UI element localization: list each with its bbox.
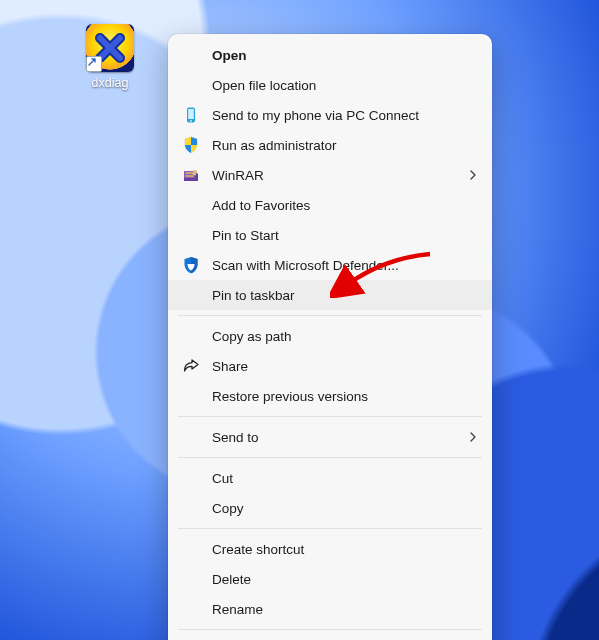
blank-icon [180, 426, 202, 448]
menu-item-create-shortcut[interactable]: Create shortcut [168, 534, 492, 564]
menu-item-pin-to-start[interactable]: Pin to Start [168, 220, 492, 250]
blank-icon [180, 467, 202, 489]
blank-icon [180, 74, 202, 96]
desktop-shortcut-label: dxdiag [74, 76, 146, 90]
dxdiag-icon [86, 24, 134, 72]
menu-item-open[interactable]: Open [168, 40, 492, 70]
menu-item-label: Delete [212, 572, 478, 587]
defender-icon [180, 254, 202, 276]
menu-item-label: Open [212, 48, 478, 63]
svg-rect-4 [186, 175, 194, 177]
menu-item-label: Cut [212, 471, 478, 486]
menu-item-label: Send to [212, 430, 468, 445]
menu-item-pin-to-taskbar[interactable]: Pin to taskbar [168, 280, 492, 310]
blank-icon [180, 538, 202, 560]
chevron-right-icon [468, 168, 478, 183]
menu-item-rename[interactable]: Rename [168, 594, 492, 624]
chevron-right-icon [468, 430, 478, 445]
menu-item-label: Run as administrator [212, 138, 478, 153]
menu-item-add-to-favorites[interactable]: Add to Favorites [168, 190, 492, 220]
desktop-wallpaper: dxdiag OpenOpen file locationSend to my … [0, 0, 599, 640]
menu-item-label: Scan with Microsoft Defender... [212, 258, 478, 273]
menu-item-label: Restore previous versions [212, 389, 478, 404]
blank-icon [180, 284, 202, 306]
menu-item-label: Open file location [212, 78, 478, 93]
menu-item-label: Send to my phone via PC Connect [212, 108, 478, 123]
phone-icon [180, 104, 202, 126]
menu-item-send-to-my-phone-via-pc-connect[interactable]: Send to my phone via PC Connect [168, 100, 492, 130]
menu-item-copy[interactable]: Copy [168, 493, 492, 523]
menu-separator [178, 457, 482, 458]
menu-item-label: WinRAR [212, 168, 468, 183]
winrar-icon [180, 164, 202, 186]
blank-icon [180, 44, 202, 66]
menu-item-scan-with-microsoft-defender[interactable]: Scan with Microsoft Defender... [168, 250, 492, 280]
blank-icon [180, 497, 202, 519]
menu-item-label: Share [212, 359, 478, 374]
desktop-shortcut-dxdiag[interactable]: dxdiag [74, 24, 146, 90]
menu-item-label: Rename [212, 602, 478, 617]
menu-item-label: Copy as path [212, 329, 478, 344]
menu-separator [178, 315, 482, 316]
menu-item-winrar[interactable]: WinRAR [168, 160, 492, 190]
menu-item-cut[interactable]: Cut [168, 463, 492, 493]
menu-item-run-as-administrator[interactable]: Run as administrator [168, 130, 492, 160]
blank-icon [180, 598, 202, 620]
menu-item-send-to[interactable]: Send to [168, 422, 492, 452]
menu-item-label: Pin to taskbar [212, 288, 478, 303]
menu-item-label: Pin to Start [212, 228, 478, 243]
menu-item-label: Add to Favorites [212, 198, 478, 213]
blank-icon [180, 224, 202, 246]
menu-separator [178, 528, 482, 529]
menu-item-copy-as-path[interactable]: Copy as path [168, 321, 492, 351]
svg-rect-3 [186, 172, 194, 174]
share-icon [180, 355, 202, 377]
blank-icon [180, 194, 202, 216]
menu-item-delete[interactable]: Delete [168, 564, 492, 594]
blank-icon [180, 385, 202, 407]
svg-rect-1 [188, 109, 194, 119]
menu-item-label: Create shortcut [212, 542, 478, 557]
menu-item-restore-previous-versions[interactable]: Restore previous versions [168, 381, 492, 411]
shortcut-overlay-icon [86, 56, 102, 72]
context-menu: OpenOpen file locationSend to my phone v… [168, 34, 492, 640]
menu-item-share[interactable]: Share [168, 351, 492, 381]
menu-item-open-file-location[interactable]: Open file location [168, 70, 492, 100]
blank-icon [180, 325, 202, 347]
menu-item-properties[interactable]: Properties [168, 635, 492, 640]
menu-separator [178, 416, 482, 417]
blank-icon [180, 568, 202, 590]
svg-point-2 [190, 120, 192, 122]
menu-separator [178, 629, 482, 630]
menu-item-label: Copy [212, 501, 478, 516]
shield-uac-icon [180, 134, 202, 156]
